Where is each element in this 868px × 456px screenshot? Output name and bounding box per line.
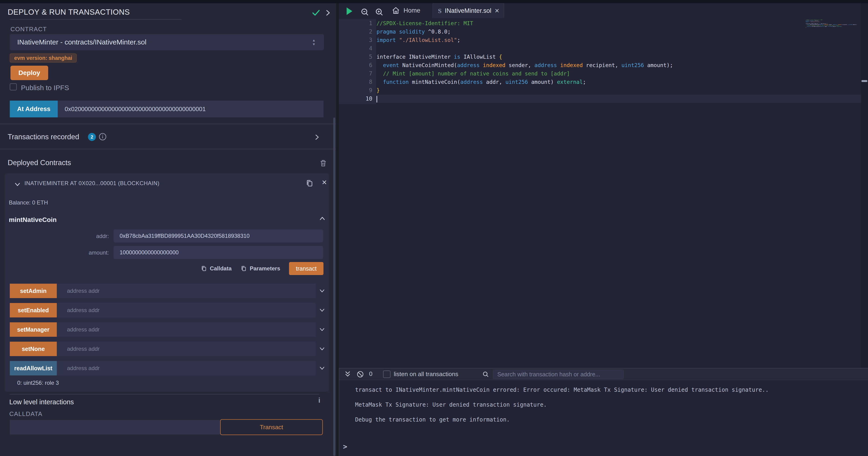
remix-ide-window: DEPLOY & RUN TRANSACTIONS CONTRACT INati… bbox=[0, 0, 868, 456]
editor-tabbar: Home S INativeMinter.sol ✕ bbox=[339, 3, 868, 18]
read-allowlist-output: 0: uint256: role 3 bbox=[17, 380, 59, 386]
contract-label: CONTRACT bbox=[10, 26, 47, 33]
window-top-strip bbox=[0, 0, 868, 3]
calldata-copy-button[interactable]: Calldata bbox=[200, 265, 231, 272]
home-icon bbox=[392, 6, 400, 15]
zoom-out-icon[interactable] bbox=[360, 7, 370, 17]
readAllowList-button[interactable]: readAllowList bbox=[10, 361, 57, 375]
panel-divider[interactable] bbox=[336, 3, 339, 456]
terminal-logs: transact to INativeMinter.mintNativeCoin… bbox=[355, 382, 769, 427]
line-number: 2 bbox=[339, 27, 372, 36]
mint-function-name: mintNativeCoin bbox=[9, 216, 57, 224]
terminal-search-input[interactable]: Search with transaction hash or addre... bbox=[493, 370, 624, 379]
amount-field-input[interactable]: 1000000000000000000 bbox=[114, 246, 323, 259]
setManager-expand-icon[interactable] bbox=[315, 322, 329, 337]
readAllowList-input[interactable]: address addr bbox=[57, 361, 315, 375]
listen-all-label: listen on all transactions bbox=[394, 371, 458, 378]
divider bbox=[10, 394, 319, 395]
line-number: 6 bbox=[339, 61, 372, 69]
copy-address-icon[interactable] bbox=[305, 179, 314, 188]
addr-field-value: 0xB78cbAa319ffBD899951AA30D4320f58189383… bbox=[120, 233, 250, 239]
listen-all-checkbox[interactable] bbox=[383, 371, 391, 378]
readAllowList-expand-icon[interactable] bbox=[315, 361, 329, 375]
transact-button[interactable]: transact bbox=[289, 262, 323, 275]
low-level-info-icon[interactable]: i bbox=[318, 396, 320, 404]
setEnabled-expand-icon[interactable] bbox=[315, 303, 329, 317]
setAdmin-expand-icon[interactable] bbox=[315, 284, 329, 298]
contract-select[interactable]: INativeMinter - contracts/INativeMinter.… bbox=[10, 34, 324, 50]
panel-expand-icon[interactable] bbox=[324, 9, 331, 17]
deployed-contracts-heading: Deployed Contracts bbox=[8, 159, 71, 167]
setEnabled-button[interactable]: setEnabled bbox=[10, 303, 57, 317]
line-number: 3 bbox=[339, 36, 372, 44]
editor-area: Home S INativeMinter.sol ✕ 12345678910 /… bbox=[339, 3, 868, 456]
transactions-expand-icon[interactable] bbox=[314, 134, 320, 141]
setNone-button[interactable]: setNone bbox=[10, 342, 57, 356]
line-number: 8 bbox=[339, 78, 372, 86]
setNone-expand-icon[interactable] bbox=[315, 342, 329, 356]
publish-ipfs-checkbox[interactable] bbox=[10, 83, 17, 90]
at-address-button[interactable]: At Address bbox=[10, 101, 58, 117]
tab-close-icon[interactable]: ✕ bbox=[495, 7, 499, 14]
function-list: setAdminaddress addrsetEnabledaddress ad… bbox=[10, 284, 324, 380]
parameters-label: Parameters bbox=[250, 265, 280, 272]
divider bbox=[0, 149, 336, 149]
editor-scrollbar-track[interactable] bbox=[861, 3, 868, 368]
copy-icon bbox=[240, 265, 247, 272]
pending-tx-count: 0 bbox=[369, 370, 372, 377]
function-row-readAllowList: readAllowListaddress addr bbox=[10, 361, 324, 375]
editor-scroll-marker[interactable] bbox=[862, 80, 867, 82]
setAdmin-input[interactable]: address addr bbox=[57, 284, 315, 298]
code-lines[interactable]: //SPDX-License-Identifier: MITpragma sol… bbox=[376, 19, 673, 103]
code-line-7: // Mint [amount] number of native coins … bbox=[376, 69, 673, 78]
run-script-play-icon[interactable] bbox=[345, 7, 353, 16]
solidity-file-icon: S bbox=[438, 7, 442, 15]
function-row-setNone: setNoneaddress addr bbox=[10, 342, 324, 356]
code-line-8: function mintNativeCoin(address addr, ui… bbox=[376, 78, 673, 86]
terminal-log-line: MetaMask Tx Signature: User denied trans… bbox=[355, 397, 769, 412]
code-line-9: } bbox=[376, 86, 673, 94]
deploy-button[interactable]: Deploy bbox=[10, 66, 48, 80]
parameters-copy-button[interactable]: Parameters bbox=[240, 265, 280, 272]
at-address-value: 0x02000000000000000000000000000000000000… bbox=[65, 106, 206, 113]
clear-console-icon[interactable] bbox=[356, 371, 364, 378]
evm-version-badge: evm version: shanghai bbox=[10, 54, 76, 62]
instance-close-icon[interactable]: ✕ bbox=[321, 179, 327, 186]
minimap-line bbox=[806, 28, 861, 29]
tab-home[interactable]: Home bbox=[392, 6, 420, 15]
transactions-recorded-label: Transactions recorded bbox=[8, 133, 79, 141]
low-level-transact-button[interactable]: Transact bbox=[220, 419, 323, 435]
setAdmin-button[interactable]: setAdmin bbox=[10, 284, 57, 298]
instance-collapse-icon[interactable] bbox=[13, 181, 22, 188]
clear-instances-trash-icon[interactable] bbox=[319, 159, 327, 167]
minimap[interactable]: //SPDX-License-Identifier: MITpragma sol… bbox=[806, 20, 861, 29]
panel-scrollbar[interactable] bbox=[333, 118, 335, 456]
instance-title: INATIVEMINTER AT 0X020...00001 (BLOCKCHA… bbox=[25, 180, 159, 187]
calldata-label: Calldata bbox=[210, 265, 231, 272]
amount-field-label: amount: bbox=[5, 250, 109, 256]
code-line-6: event NativeCoinMinted(address indexed s… bbox=[376, 61, 673, 69]
terminal-collapse-icon[interactable] bbox=[344, 371, 351, 378]
setManager-button[interactable]: setManager bbox=[10, 322, 57, 337]
mint-action-row: Calldata Parameters transact bbox=[5, 262, 323, 275]
at-address-input[interactable]: 0x02000000000000000000000000000000000000… bbox=[58, 101, 323, 117]
tab-inativeminter-sol[interactable]: S INativeMinter.sol ✕ bbox=[433, 3, 504, 18]
setEnabled-input[interactable]: address addr bbox=[57, 303, 315, 317]
addr-field-input[interactable]: 0xB78cbAa319ffBD899951AA30D4320f58189383… bbox=[114, 229, 323, 243]
instance-balance: Balance: 0 ETH bbox=[9, 199, 48, 206]
setManager-input[interactable]: address addr bbox=[57, 322, 315, 337]
terminal-prompt[interactable]: > bbox=[343, 443, 347, 451]
function-row-setEnabled: setEnabledaddress addr bbox=[10, 303, 324, 317]
divider bbox=[0, 124, 336, 124]
zoom-in-icon[interactable] bbox=[375, 7, 384, 17]
publish-ipfs-label: Publish to IPFS bbox=[21, 84, 69, 92]
mint-collapse-icon[interactable] bbox=[318, 215, 326, 222]
file-tab-label: INativeMinter.sol bbox=[445, 7, 492, 15]
deploy-run-panel: DEPLOY & RUN TRANSACTIONS CONTRACT INati… bbox=[0, 3, 336, 456]
transactions-info-icon[interactable] bbox=[99, 133, 106, 141]
low-level-calldata-input[interactable] bbox=[10, 420, 220, 434]
code-line-2: pragma solidity ^0.8.0; bbox=[376, 27, 673, 36]
panel-title: DEPLOY & RUN TRANSACTIONS bbox=[8, 8, 130, 17]
setNone-input[interactable]: address addr bbox=[57, 342, 315, 356]
terminal-log-line: Debug the transaction to get more inform… bbox=[355, 412, 769, 427]
